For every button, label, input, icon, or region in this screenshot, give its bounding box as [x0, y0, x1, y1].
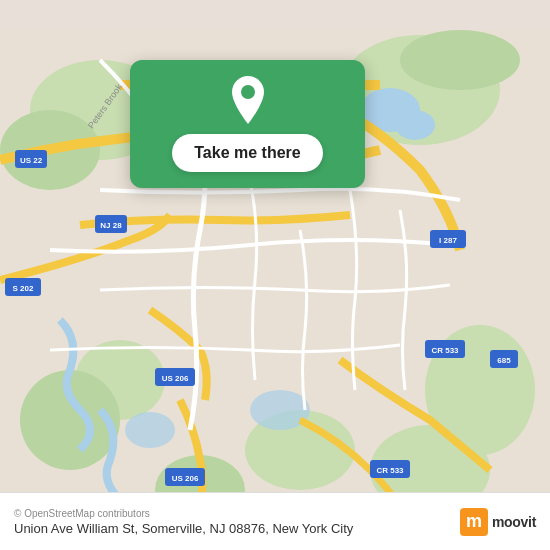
- bottom-left-info: © OpenStreetMap contributors Union Ave W…: [14, 508, 353, 536]
- svg-text:US 206: US 206: [172, 474, 199, 483]
- bottom-bar: © OpenStreetMap contributors Union Ave W…: [0, 492, 550, 550]
- destination-card: Take me there: [130, 60, 365, 188]
- svg-text:CR 533: CR 533: [431, 346, 459, 355]
- svg-point-13: [125, 412, 175, 448]
- svg-point-36: [241, 85, 255, 99]
- svg-point-2: [400, 30, 520, 90]
- address-label: Union Ave William St, Somerville, NJ 088…: [14, 521, 353, 536]
- svg-text:685: 685: [497, 356, 511, 365]
- svg-text:S 202: S 202: [13, 284, 34, 293]
- svg-text:I 287: I 287: [439, 236, 457, 245]
- moovit-logo-area: m moovit: [460, 508, 536, 536]
- moovit-logo: m moovit: [460, 508, 536, 536]
- svg-text:NJ 28: NJ 28: [100, 221, 122, 230]
- map-container: Peters Brook I 287 US 22 NJ 28 S 202 I 2…: [0, 0, 550, 550]
- svg-text:US 22: US 22: [20, 156, 43, 165]
- moovit-name: moovit: [492, 514, 536, 530]
- svg-point-12: [395, 110, 435, 140]
- osm-attribution: © OpenStreetMap contributors: [14, 508, 353, 519]
- svg-text:CR 533: CR 533: [376, 466, 404, 475]
- map-pin-icon: [224, 78, 272, 126]
- moovit-m-badge: m: [460, 508, 488, 536]
- svg-text:US 206: US 206: [162, 374, 189, 383]
- take-me-there-button[interactable]: Take me there: [172, 134, 322, 172]
